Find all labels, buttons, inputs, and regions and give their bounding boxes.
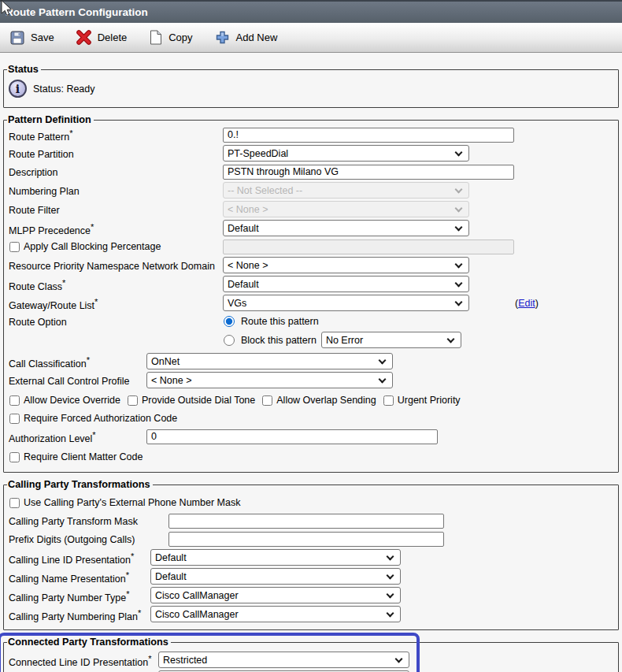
description-row: Description <box>9 164 613 180</box>
copy-label: Copy <box>168 32 192 43</box>
external-call-control-label: External Call Control Profile <box>9 374 146 387</box>
add-new-label: Add New <box>236 32 278 43</box>
require-forced-auth-checkbox[interactable] <box>9 414 20 424</box>
prefix-digits-input[interactable] <box>168 532 444 547</box>
route-filter-select: < None > <box>223 201 469 217</box>
apply-call-blocking-row: Apply Call Blocking Percentage <box>9 239 613 254</box>
require-client-matter-row: Require Client Matter Code <box>9 449 613 465</box>
require-client-matter-label: Require Client Matter Code <box>24 451 143 462</box>
route-class-label: Route Class* <box>9 277 223 292</box>
route-class-select[interactable]: Default <box>223 276 469 292</box>
page-title-bar: Route Pattern Configuration <box>0 0 622 23</box>
gateway-route-list-select[interactable]: VGs <box>223 295 469 311</box>
route-filter-label: Route Filter <box>9 203 223 216</box>
block-reason-select[interactable]: No Error <box>321 332 461 348</box>
description-label: Description <box>9 165 223 178</box>
numbering-plan-row: Numbering Plan -- Not Selected -- <box>9 182 613 199</box>
block-this-pattern-label: Block this pattern <box>241 335 317 346</box>
require-client-matter-checkbox[interactable] <box>9 452 20 462</box>
allow-device-override-label: Allow Device Override <box>24 395 120 406</box>
route-pattern-row: Route Pattern* <box>9 127 613 143</box>
call-classification-select[interactable]: OnNet <box>146 353 393 369</box>
block-this-pattern-radio[interactable] <box>224 335 235 346</box>
edit-link-wrapper: (Edit) <box>515 298 539 309</box>
mlpp-precedence-row: MLPP Precedence* Default <box>9 220 613 236</box>
edit-link[interactable]: Edit <box>518 298 535 309</box>
route-pattern-label: Route Pattern* <box>9 127 223 143</box>
description-input[interactable] <box>223 165 514 180</box>
route-option-label: Route Option <box>9 315 223 328</box>
gateway-route-list-row: Gateway/Route List* VGs (Edit) <box>9 295 613 311</box>
authorization-level-row: Authorization Level* <box>9 429 613 444</box>
route-pattern-input[interactable] <box>223 128 514 143</box>
prefix-digits-row: Prefix Digits (Outgoing Calls) <box>9 531 613 547</box>
save-button[interactable]: Save <box>10 31 54 45</box>
urgent-priority-label: Urgent Priority <box>398 395 461 406</box>
apply-call-blocking-checkbox[interactable] <box>9 242 20 252</box>
calling-line-id-label: Calling Line ID Presentation* <box>9 550 150 566</box>
toolbar: Save Delete Copy Add New <box>0 23 622 53</box>
provide-outside-dial-tone-label: Provide Outside Dial Tone <box>142 395 255 406</box>
numbering-plan-select: -- Not Selected -- <box>223 182 469 199</box>
authorization-level-label: Authorization Level* <box>9 429 146 444</box>
add-new-button[interactable]: Add New <box>215 30 278 45</box>
allow-overlap-sending-checkbox[interactable] <box>262 395 272 406</box>
status-message: Status: Ready <box>33 84 95 95</box>
calling-party-numbering-plan-label: Calling Party Numbering Plan* <box>9 607 150 622</box>
provide-outside-dial-tone-checkbox[interactable] <box>128 395 138 406</box>
resource-priority-select[interactable]: < None > <box>223 257 469 273</box>
add-icon <box>215 30 230 45</box>
status-section: Status i Status: Ready <box>3 64 619 108</box>
delete-button[interactable]: Delete <box>76 30 128 45</box>
override-checkboxes-row: Allow Device Override Provide Outside Di… <box>9 392 613 408</box>
connected-line-id-row: Connected Line ID Presentation* Restrict… <box>9 652 613 668</box>
status-legend: Status <box>7 64 41 75</box>
external-call-control-row: External Call Control Profile < None > <box>9 372 613 388</box>
calling-name-presentation-label: Calling Name Presentation* <box>9 569 150 585</box>
prefix-digits-label: Prefix Digits (Outgoing Calls) <box>9 533 168 545</box>
gateway-route-list-label: Gateway/Route List* <box>9 295 223 311</box>
transform-mask-label: Calling Party Transform Mask <box>9 514 168 527</box>
use-external-mask-label: Use Calling Party's External Phone Numbe… <box>24 497 240 508</box>
route-this-pattern-label: Route this pattern <box>241 316 319 327</box>
mlpp-precedence-label: MLPP Precedence* <box>9 221 223 236</box>
mlpp-precedence-select[interactable]: Default <box>223 220 469 236</box>
pattern-definition-section: Pattern Definition Route Pattern* Route … <box>3 114 619 473</box>
route-this-pattern-radio[interactable] <box>224 316 235 327</box>
external-call-control-select[interactable]: < None > <box>146 372 393 388</box>
calling-line-id-select[interactable]: Default <box>150 549 401 566</box>
save-icon <box>10 31 24 45</box>
delete-label: Delete <box>98 32 128 43</box>
connected-line-id-label: Connected Line ID Presentation* <box>9 652 158 668</box>
resource-priority-label: Resource Priority Namespace Network Doma… <box>9 259 223 272</box>
transform-mask-row: Calling Party Transform Mask <box>9 513 613 529</box>
calling-party-numbering-plan-select[interactable]: Cisco CallManager <box>150 606 401 622</box>
require-forced-auth-label: Require Forced Authorization Code <box>24 413 177 424</box>
require-forced-auth-row: Require Forced Authorization Code <box>9 410 613 426</box>
connected-party-section: Connected Party Transformations Connecte… <box>3 637 619 672</box>
page-title: Route Pattern Configuration <box>6 6 148 18</box>
calling-party-number-type-label: Calling Party Number Type* <box>9 588 150 603</box>
urgent-priority-checkbox[interactable] <box>383 395 394 406</box>
allow-device-override-checkbox[interactable] <box>9 395 20 406</box>
route-filter-row: Route Filter < None > <box>9 201 613 217</box>
route-partition-select[interactable]: PT-SpeedDial <box>223 145 469 162</box>
save-label: Save <box>31 32 54 43</box>
transform-mask-input[interactable] <box>168 514 444 529</box>
use-external-mask-checkbox[interactable] <box>9 498 20 508</box>
call-classification-row: Call Classification* OnNet <box>9 353 613 369</box>
calling-party-numbering-plan-row: Calling Party Numbering Plan* Cisco Call… <box>9 606 613 622</box>
authorization-level-input[interactable] <box>146 429 438 444</box>
route-class-row: Route Class* Default <box>9 276 613 292</box>
connected-line-id-select[interactable]: Restricted <box>158 652 409 668</box>
calling-party-section: Calling Party Transformations Use Callin… <box>3 479 619 630</box>
route-partition-row: Route Partition PT-SpeedDial <box>9 145 613 162</box>
resource-priority-row: Resource Priority Namespace Network Doma… <box>9 257 613 273</box>
use-external-mask-row: Use Calling Party's External Phone Numbe… <box>9 495 613 510</box>
numbering-plan-label: Numbering Plan <box>9 184 223 197</box>
calling-line-id-row: Calling Line ID Presentation* Default <box>9 549 613 566</box>
copy-button[interactable]: Copy <box>149 30 192 45</box>
calling-party-number-type-select[interactable]: Cisco CallManager <box>150 587 401 603</box>
calling-name-presentation-select[interactable]: Default <box>150 568 401 585</box>
pattern-definition-legend: Pattern Definition <box>7 114 94 125</box>
